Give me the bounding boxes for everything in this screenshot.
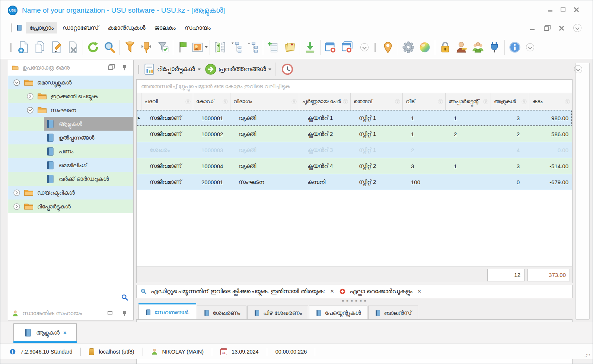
toolbar-grip[interactable] xyxy=(10,43,12,52)
column-header-code[interactable]: കോഡ് xyxy=(193,93,230,110)
user-key-button[interactable] xyxy=(453,39,470,56)
image-button[interactable] xyxy=(191,39,208,56)
column-filter-icon[interactable] xyxy=(394,98,401,105)
clear-all-records-icon[interactable]: × xyxy=(416,288,423,295)
tab-accrual[interactable]: ശേഖരണം xyxy=(197,306,247,320)
tree-item-mailing[interactable]: മെയിലിംഗ് xyxy=(8,158,133,172)
search-button[interactable] xyxy=(101,39,118,56)
column-header-street[interactable]: തെരുവ് xyxy=(351,93,403,110)
column-filter-icon[interactable] xyxy=(482,98,489,105)
close-icon[interactable] xyxy=(574,7,578,12)
group-by-panel[interactable]: അതനുസരിച്ച് ഗ്രൂപ്പുചെയ്യാൻ ഒരു കോളം ഇവി… xyxy=(137,80,572,93)
menu-commands[interactable]: കമാൻഡുകൾ xyxy=(104,22,149,33)
tree-item-modules[interactable]: മൊഡ്യൂളുകൾ xyxy=(8,76,133,89)
menu-overflow-chevron-icon[interactable] xyxy=(573,24,581,32)
panel-maximize-icon[interactable] xyxy=(108,311,112,314)
colors-button[interactable] xyxy=(417,39,433,56)
column-header-people[interactable]: ആളുകൾ xyxy=(491,93,529,110)
filter-apply-button[interactable] xyxy=(154,39,171,56)
menu-window[interactable]: ജാലകം xyxy=(150,22,179,33)
menu-database[interactable]: ഡാറ്റാബേസ് xyxy=(59,22,102,33)
ribbon-overflow-chevron-icon[interactable] xyxy=(574,65,582,73)
date-label[interactable]: 13.09.2024 xyxy=(232,349,259,355)
column-filter-icon[interactable] xyxy=(437,98,444,105)
child-restore-icon[interactable] xyxy=(544,26,549,30)
table-row[interactable]: ശേഖരം 1000003 വ്യക്തി ക്ലയൻറ് 3 സ്ട്രീറ്… xyxy=(137,142,572,158)
table-row[interactable]: സജീവമാണ് 1000004 വ്യക്തി ക്ലയൻറ് 4 സ്ട്ര… xyxy=(137,158,572,174)
close-window-button[interactable] xyxy=(322,39,339,56)
tech-support-panel-header[interactable]: സാങ്കേതിക സഹായം xyxy=(8,306,133,320)
tab-close-icon[interactable]: × xyxy=(63,329,67,336)
filter-columns-button[interactable] xyxy=(138,39,154,56)
child-minimize-icon[interactable] xyxy=(530,29,535,30)
refresh-button[interactable] xyxy=(85,39,101,56)
column-header-house[interactable]: വീട് xyxy=(403,93,446,110)
close-all-windows-button[interactable] xyxy=(339,39,355,56)
actions-menu-button[interactable]: പ്രവർത്തനങ്ങൾ xyxy=(204,61,272,78)
column-filter-icon[interactable] xyxy=(185,98,191,105)
menu-program[interactable]: പ്രോഗ്രാം xyxy=(26,22,57,33)
collapsed-side-panel[interactable] xyxy=(576,63,590,320)
column-filter-icon[interactable] xyxy=(342,98,349,105)
toolbar-grip[interactable] xyxy=(11,23,12,32)
tree-item-directories[interactable]: ഡയറക്ടറികൾ xyxy=(8,186,133,199)
filter-edit-hint[interactable]: എഡിറ്റുചെയ്യുന്നതിന് ഇവിടെ ക്ലിക്കുചെയ്യ… xyxy=(151,288,325,295)
tab-balance[interactable]: ബാലൻസ് xyxy=(368,306,418,320)
column-header-apartment[interactable]: അപ്പാർട്ട്മെന്റ് xyxy=(446,93,491,110)
pin-icon[interactable] xyxy=(123,65,127,70)
tree-item-reports[interactable]: റിപ്പോർട്ടുകൾ xyxy=(8,199,133,213)
tree-item-people[interactable]: ആളുകൾ xyxy=(8,117,133,131)
notes-button[interactable] xyxy=(281,39,298,56)
column-header-category[interactable]: വിഭാഗം xyxy=(230,93,299,110)
column-header-status[interactable]: പദവി xyxy=(141,93,193,110)
doc-tab-people[interactable]: ആളുകൾ × xyxy=(13,323,77,341)
toolbar-grip[interactable] xyxy=(138,65,139,74)
new-document-button[interactable] xyxy=(15,39,32,56)
tree-item-work-orders[interactable]: വർക്ക് ഓർഡറുകൾ xyxy=(8,172,133,186)
column-filter-icon[interactable] xyxy=(564,98,571,105)
minimize-icon[interactable] xyxy=(548,10,552,12)
child-close-icon[interactable] xyxy=(559,26,564,31)
column-filter-icon[interactable] xyxy=(291,98,297,105)
all-records-label[interactable]: എല്ലാ റെക്കോർഡുകളും xyxy=(350,288,412,295)
tab-services[interactable]: സേവനങ്ങൾ. xyxy=(138,303,196,320)
pin-icon[interactable] xyxy=(123,311,127,316)
filter-bar[interactable]: എഡിറ്റുചെയ്യുന്നതിന് ഇവിടെ ക്ലിക്കുചെയ്യ… xyxy=(136,285,573,298)
tab-payments[interactable]: പേയ്മെന്റുകൾ xyxy=(309,306,367,320)
edit-document-button[interactable] xyxy=(48,39,64,56)
table-row[interactable]: സജീവമാണ് 2000001 സംഘടന കമ്പനി സ്ട്രീറ്റ്… xyxy=(137,174,572,190)
tree-item-money[interactable]: പണം xyxy=(8,144,133,158)
filter-button[interactable] xyxy=(122,39,138,56)
user-label[interactable]: NIKOLAY (MAIN) xyxy=(162,349,204,355)
lock-button[interactable] xyxy=(437,39,453,56)
clear-filter-icon[interactable]: × xyxy=(329,288,335,295)
location-pin-button[interactable] xyxy=(380,39,396,56)
scheduler-button[interactable] xyxy=(279,61,296,78)
settings-button[interactable] xyxy=(400,39,417,56)
tree-item-import[interactable]: ഇറക്കുമതി ചെയ്യുക xyxy=(8,89,133,103)
delete-document-button[interactable] xyxy=(64,39,81,56)
column-header-fullname[interactable]: പൂർണ്ണമായ പേർ xyxy=(299,93,351,110)
table-row[interactable]: ▶ സജീവമാണ് 1000001 വ്യക്തി ക്ലയൻറ് 1 സ്ട… xyxy=(137,110,572,126)
add-table-button[interactable] xyxy=(265,39,281,56)
info-button[interactable] xyxy=(507,39,523,56)
tree-item-organization[interactable]: സംഘടന xyxy=(8,103,133,117)
plug-button[interactable] xyxy=(486,39,503,56)
table-row[interactable]: സജീവമാണ് 1000002 വ്യക്തി ക്ലയൻറ് 2 സ്ട്ര… xyxy=(137,126,572,142)
tab-penalty-accrual[interactable]: പിഴ ശേഖരണം xyxy=(247,306,308,320)
column-header-debt[interactable]: കടം xyxy=(529,93,572,110)
toolbar-overflow-chevron-icon[interactable] xyxy=(360,43,369,51)
tree-collapse-button[interactable] xyxy=(228,39,245,56)
flag-button[interactable] xyxy=(175,39,191,56)
export-download-button[interactable] xyxy=(302,39,318,56)
menu-help[interactable]: സഹായം xyxy=(181,22,214,33)
maximize-icon[interactable] xyxy=(561,7,565,12)
tree-expand-button[interactable] xyxy=(245,39,261,56)
copy-document-button[interactable] xyxy=(32,39,48,56)
column-filter-icon[interactable] xyxy=(521,98,527,105)
tree-search-button[interactable] xyxy=(121,294,128,302)
toolbar-overflow-chevron-icon[interactable] xyxy=(526,43,534,51)
panel-restore-icon[interactable] xyxy=(108,65,113,69)
resize-grip[interactable]: .:∷ xyxy=(584,353,590,358)
reports-menu-button[interactable]: റിപ്പോർട്ടുകൾ xyxy=(143,61,201,78)
